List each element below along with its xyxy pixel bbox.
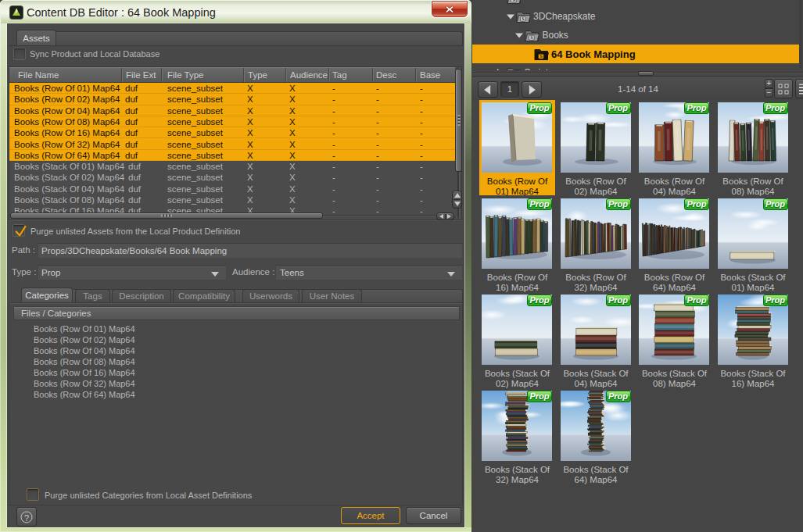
audience-dropdown[interactable]: Teens bbox=[275, 265, 463, 280]
table-row[interactable]: Books (Stack Of 02) Map64dufscene_subset… bbox=[9, 172, 455, 183]
folder-icon: S bbox=[525, 29, 540, 41]
column-separator[interactable] bbox=[415, 68, 417, 82]
column-header-tag[interactable]: Tag bbox=[332, 67, 347, 83]
previous-page-button[interactable] bbox=[478, 81, 498, 98]
tab-tags[interactable]: Tags bbox=[75, 289, 110, 302]
table-row[interactable]: Books (Row Of 01) Map64dufscene_subsetXX… bbox=[9, 83, 455, 94]
thumbnail-label-line2: 04) Map64 bbox=[635, 187, 714, 197]
tab-categories[interactable]: Categories bbox=[21, 287, 73, 302]
files-categories-header[interactable]: Files / Categories bbox=[13, 306, 460, 320]
column-header-audience[interactable]: Audience bbox=[290, 67, 328, 83]
left-arrow-icon bbox=[484, 85, 490, 95]
next-page-button[interactable] bbox=[522, 81, 542, 98]
type-dropdown[interactable]: Prop bbox=[38, 265, 227, 280]
column-header-file-type[interactable]: File Type bbox=[167, 67, 203, 83]
close-button[interactable] bbox=[432, 1, 468, 17]
tab-assets[interactable]: Assets bbox=[16, 30, 56, 45]
tree-hscroll-handle[interactable] bbox=[638, 71, 654, 76]
table-row[interactable]: Books (Row Of 32) Map64dufscene_subsetXX… bbox=[9, 139, 455, 150]
cell-base: - bbox=[420, 184, 423, 195]
thumbnail-label-line1: Books (Stack Of bbox=[478, 465, 557, 475]
table-row[interactable]: Books (Row Of 02) Map64dufscene_subsetXX… bbox=[9, 94, 455, 105]
collapse-arrow-icon[interactable] bbox=[515, 34, 523, 38]
table-vscroll-arrows[interactable] bbox=[452, 191, 462, 209]
thumbnail-cell[interactable]: PropBooks (Stack Of08) Map64 bbox=[636, 292, 712, 387]
tree-item-books[interactable]: SBooks bbox=[472, 26, 801, 45]
table-row[interactable]: Books (Row Of 04) Map64dufscene_subsetXX… bbox=[9, 105, 455, 116]
tree-item[interactable]: S bbox=[472, 0, 801, 7]
column-separator[interactable] bbox=[372, 68, 374, 82]
zoom-out-button[interactable]: − bbox=[765, 88, 773, 98]
list-view-icon bbox=[799, 84, 803, 94]
category-item[interactable]: Books (Row Of 64) Map64 bbox=[34, 389, 135, 400]
table-row[interactable]: Books (Row Of 08) Map64dufscene_subsetXX… bbox=[9, 116, 455, 127]
cell-tag: - bbox=[332, 139, 335, 150]
cell-audience: X bbox=[289, 172, 296, 183]
table-vscroll-handle[interactable] bbox=[455, 69, 462, 172]
category-item[interactable]: Books (Row Of 04) Map64 bbox=[34, 345, 135, 356]
purge-assets-checkbox[interactable] bbox=[13, 224, 25, 237]
list-view-button[interactable] bbox=[795, 79, 803, 98]
column-separator[interactable] bbox=[121, 68, 123, 82]
thumbnail-cell[interactable]: PropBooks (Row Of02) Map64 bbox=[558, 100, 634, 195]
category-item[interactable]: Books (Row Of 16) Map64 bbox=[34, 367, 135, 378]
grid-view-button[interactable] bbox=[774, 79, 793, 98]
column-header-file-name[interactable]: File Name bbox=[18, 67, 59, 83]
tree-horizontal-scrollbar[interactable] bbox=[472, 70, 803, 77]
help-button[interactable]: ? bbox=[16, 507, 37, 527]
table-hscroll-handle[interactable] bbox=[10, 212, 323, 219]
content-db-editor-window: Content DB Editor : 64 Book Mapping Asse… bbox=[0, 0, 471, 532]
tree-item-64-book-mapping[interactable]: S64 Book Mapping bbox=[472, 45, 801, 63]
column-header-type[interactable]: Type bbox=[248, 67, 267, 83]
cell-ftype: scene_subset bbox=[167, 139, 223, 150]
thumbnail-cell[interactable]: PropBooks (Stack Of64) Map64 bbox=[558, 388, 634, 484]
column-header-desc[interactable]: Desc bbox=[376, 67, 396, 83]
column-separator[interactable] bbox=[285, 68, 287, 82]
category-item[interactable]: Books (Row Of 32) Map64 bbox=[34, 378, 135, 389]
asset-table-header[interactable]: File NameFile ExtFile TypeTypeAudienceTa… bbox=[9, 67, 455, 83]
column-separator[interactable] bbox=[243, 68, 245, 82]
purge-categories-checkbox[interactable] bbox=[27, 488, 39, 501]
thumbnail-cell[interactable]: PropBooks (Row Of64) Map64 bbox=[636, 196, 712, 291]
cancel-button[interactable]: Cancel bbox=[406, 507, 461, 524]
zoom-in-button[interactable]: + bbox=[765, 79, 773, 88]
thumbnail-cell[interactable]: PropBooks (Stack Of16) Map64 bbox=[715, 292, 791, 387]
collapse-arrow-icon[interactable] bbox=[507, 15, 514, 20]
table-hscroll-arrows[interactable] bbox=[436, 212, 454, 220]
table-row[interactable]: Books (Row Of 16) Map64dufscene_subsetXX… bbox=[9, 127, 455, 138]
thumbnail-cell[interactable]: PropBooks (Row Of04) Map64 bbox=[636, 100, 712, 195]
thumbnail-cell[interactable]: PropBooks (Row Of08) Map64 bbox=[715, 100, 791, 195]
tree-item-scripts[interactable]: SScripts bbox=[472, 63, 801, 70]
table-row[interactable]: Books (Stack Of 04) Map64dufscene_subset… bbox=[9, 184, 455, 195]
table-row[interactable]: Books (Stack Of 08) Map64dufscene_subset… bbox=[9, 195, 455, 205]
category-item[interactable]: Books (Row Of 02) Map64 bbox=[34, 334, 135, 345]
thumbnail-cell[interactable]: PropBooks (Stack Of04) Map64 bbox=[558, 292, 634, 387]
sync-db-checkbox[interactable] bbox=[13, 48, 26, 60]
column-header-file-ext[interactable]: File Ext bbox=[126, 67, 156, 83]
accept-button[interactable]: Accept bbox=[341, 507, 400, 524]
thumbnail-cell[interactable]: PropBooks (Stack Of01) Map64 bbox=[715, 196, 791, 291]
tree-item-3dcheapskate[interactable]: S3DCheapskate bbox=[472, 7, 801, 26]
table-row[interactable]: Books (Stack Of 01) Map64dufscene_subset… bbox=[9, 161, 455, 172]
column-header-base[interactable]: Base bbox=[420, 67, 440, 83]
tab-description[interactable]: Description bbox=[112, 289, 171, 302]
column-separator[interactable] bbox=[161, 68, 163, 82]
thumbnail-cell[interactable]: PropBooks (Stack Of02) Map64 bbox=[479, 292, 555, 387]
tab-user-notes[interactable]: User Notes bbox=[302, 289, 362, 302]
thumbnail-cell[interactable]: PropBooks (Row Of32) Map64 bbox=[558, 196, 634, 291]
tab-userwords[interactable]: Userwords bbox=[242, 289, 299, 302]
category-item[interactable]: Books (Row Of 08) Map64 bbox=[34, 356, 135, 367]
window-title: Content DB Editor : 64 Book Mapping bbox=[27, 1, 216, 23]
category-item[interactable]: Books (Row Of 01) Map64 bbox=[34, 323, 135, 334]
window-titlebar[interactable]: Content DB Editor : 64 Book Mapping bbox=[1, 1, 471, 23]
tree-vertical-scrollbar[interactable] bbox=[799, 0, 802, 69]
column-separator[interactable] bbox=[328, 68, 330, 82]
tab-compatibility[interactable]: Compatibility bbox=[173, 289, 235, 302]
app-icon[interactable] bbox=[9, 5, 23, 20]
path-field[interactable]: Props/3DCheapskate/Books/64 Book Mapping bbox=[38, 243, 463, 259]
thumbnail-cell[interactable]: PropBooks (Stack Of32) Map64 bbox=[479, 388, 555, 484]
table-row[interactable]: Books (Row Of 64) Map64dufscene_subsetXX… bbox=[9, 150, 455, 161]
page-number-field[interactable]: 1 bbox=[500, 81, 519, 98]
thumbnail-cell[interactable]: PropBooks (Row Of01) Map64 bbox=[479, 100, 555, 195]
thumbnail-cell[interactable]: PropBooks (Row Of16) Map64 bbox=[479, 196, 555, 291]
